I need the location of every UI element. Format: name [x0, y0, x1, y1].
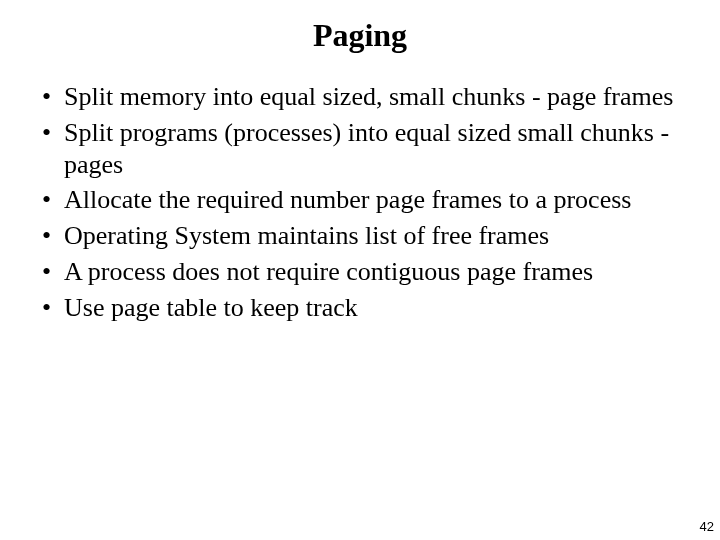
- list-item: Allocate the required number page frames…: [30, 184, 690, 216]
- slide: Paging Split memory into equal sized, sm…: [0, 0, 720, 540]
- list-item: Split memory into equal sized, small chu…: [30, 81, 690, 113]
- page-number: 42: [700, 519, 714, 534]
- list-item: Split programs (processes) into equal si…: [30, 117, 690, 180]
- slide-body: Split memory into equal sized, small chu…: [0, 53, 720, 323]
- list-item: Operating System maintains list of free …: [30, 220, 690, 252]
- list-item: A process does not require contiguous pa…: [30, 256, 690, 288]
- list-item: Use page table to keep track: [30, 292, 690, 324]
- slide-title: Paging: [0, 0, 720, 53]
- bullet-list: Split memory into equal sized, small chu…: [30, 81, 690, 323]
